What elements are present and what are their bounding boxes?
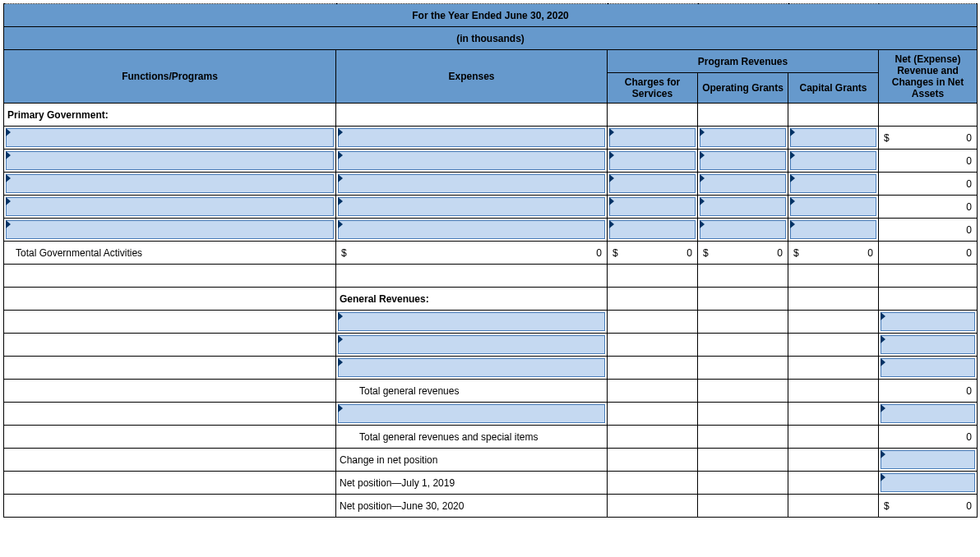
total-gen-rev-special-label: Total general revenues and special items bbox=[336, 426, 608, 449]
exp-input[interactable] bbox=[336, 127, 608, 150]
exp-input[interactable] bbox=[336, 150, 608, 173]
og-input[interactable] bbox=[698, 219, 788, 242]
chg-input[interactable] bbox=[608, 196, 698, 219]
statement-table: For the Year Ended June 30, 2020 (in tho… bbox=[3, 3, 978, 518]
exp-input[interactable] bbox=[336, 173, 608, 196]
net-val: $0 bbox=[879, 127, 978, 150]
total-gen-rev-label: Total general revenues bbox=[336, 380, 608, 403]
input-row-3: 0 bbox=[4, 173, 978, 196]
net-val: 0 bbox=[879, 426, 978, 449]
net-input[interactable] bbox=[879, 472, 978, 495]
cg-input[interactable] bbox=[788, 196, 879, 219]
net-input[interactable] bbox=[879, 449, 978, 472]
net-input[interactable] bbox=[879, 334, 978, 357]
row-total-gen-rev-special: Total general revenues and special items… bbox=[4, 426, 978, 449]
gen-rev-input[interactable] bbox=[336, 311, 608, 334]
func-input[interactable] bbox=[4, 150, 336, 173]
og-input[interactable] bbox=[698, 196, 788, 219]
gen-rev-row-2 bbox=[4, 334, 978, 357]
row-net-end: Net position—June 30, 2020 $0 bbox=[4, 495, 978, 518]
chg-input[interactable] bbox=[608, 173, 698, 196]
func-input[interactable] bbox=[4, 219, 336, 242]
subtitle-row: (in thousands) bbox=[4, 27, 978, 50]
hdr-expenses: Expenses bbox=[336, 50, 608, 104]
cg-input[interactable] bbox=[788, 219, 879, 242]
net-val: 0 bbox=[879, 196, 978, 219]
chg-input[interactable] bbox=[608, 219, 698, 242]
og-input[interactable] bbox=[698, 173, 788, 196]
gen-rev-row-1 bbox=[4, 311, 978, 334]
row-total-gen-rev: Total general revenues 0 bbox=[4, 380, 978, 403]
exp-total: $0 bbox=[336, 242, 608, 265]
cg-input[interactable] bbox=[788, 127, 879, 150]
net-input[interactable] bbox=[879, 357, 978, 380]
cg-total: $0 bbox=[788, 242, 879, 265]
row-net-start: Net position—July 1, 2019 bbox=[4, 472, 978, 495]
row-blank bbox=[4, 265, 978, 288]
exp-input[interactable] bbox=[336, 196, 608, 219]
title: For the Year Ended June 30, 2020 bbox=[4, 4, 978, 27]
chg-input[interactable] bbox=[608, 150, 698, 173]
net-start-label: Net position—July 1, 2019 bbox=[336, 472, 608, 495]
special-input[interactable] bbox=[336, 403, 608, 426]
header-row-1: Functions/Programs Expenses Program Reve… bbox=[4, 50, 978, 73]
row-total-gov: Total Governmental Activities $0 $0 $0 $… bbox=[4, 242, 978, 265]
row-gen-rev-hdr: General Revenues: bbox=[4, 288, 978, 311]
net-input[interactable] bbox=[879, 403, 978, 426]
primary-gov-label: Primary Government: bbox=[4, 104, 336, 127]
hdr-charges: Charges for Services bbox=[608, 73, 698, 104]
func-input[interactable] bbox=[4, 196, 336, 219]
hdr-program-revenues: Program Revenues bbox=[608, 50, 879, 73]
hdr-operating: Operating Grants bbox=[698, 73, 788, 104]
og-input[interactable] bbox=[698, 150, 788, 173]
chg-total: $0 bbox=[608, 242, 698, 265]
input-row-4: 0 bbox=[4, 196, 978, 219]
special-row bbox=[4, 403, 978, 426]
gen-rev-label: General Revenues: bbox=[336, 288, 608, 311]
net-val: 0 bbox=[879, 150, 978, 173]
total-gov-label: Total Governmental Activities bbox=[4, 242, 336, 265]
subtitle: (in thousands) bbox=[4, 27, 978, 50]
row-primary-gov: Primary Government: bbox=[4, 104, 978, 127]
input-row-2: 0 bbox=[4, 150, 978, 173]
hdr-functions: Functions/Programs bbox=[4, 50, 336, 104]
cg-input[interactable] bbox=[788, 173, 879, 196]
gen-rev-input[interactable] bbox=[336, 357, 608, 380]
input-row-1: $0 bbox=[4, 127, 978, 150]
gen-rev-row-3 bbox=[4, 357, 978, 380]
og-total: $0 bbox=[698, 242, 788, 265]
cg-input[interactable] bbox=[788, 150, 879, 173]
net-end-val: $0 bbox=[879, 495, 978, 518]
input-row-5: 0 bbox=[4, 219, 978, 242]
change-net-label: Change in net position bbox=[336, 449, 608, 472]
hdr-net: Net (Expense) Revenue and Changes in Net… bbox=[879, 50, 978, 104]
row-change-net: Change in net position bbox=[4, 449, 978, 472]
net-end-label: Net position—June 30, 2020 bbox=[336, 495, 608, 518]
gen-rev-input[interactable] bbox=[336, 334, 608, 357]
net-val: 0 bbox=[879, 173, 978, 196]
func-input[interactable] bbox=[4, 173, 336, 196]
net-val: 0 bbox=[879, 380, 978, 403]
net-total: 0 bbox=[879, 242, 978, 265]
exp-input[interactable] bbox=[336, 219, 608, 242]
title-row: For the Year Ended June 30, 2020 bbox=[4, 4, 978, 27]
net-input[interactable] bbox=[879, 311, 978, 334]
func-input[interactable] bbox=[4, 127, 336, 150]
hdr-capital: Capital Grants bbox=[788, 73, 879, 104]
chg-input[interactable] bbox=[608, 127, 698, 150]
og-input[interactable] bbox=[698, 127, 788, 150]
net-val: 0 bbox=[879, 219, 978, 242]
